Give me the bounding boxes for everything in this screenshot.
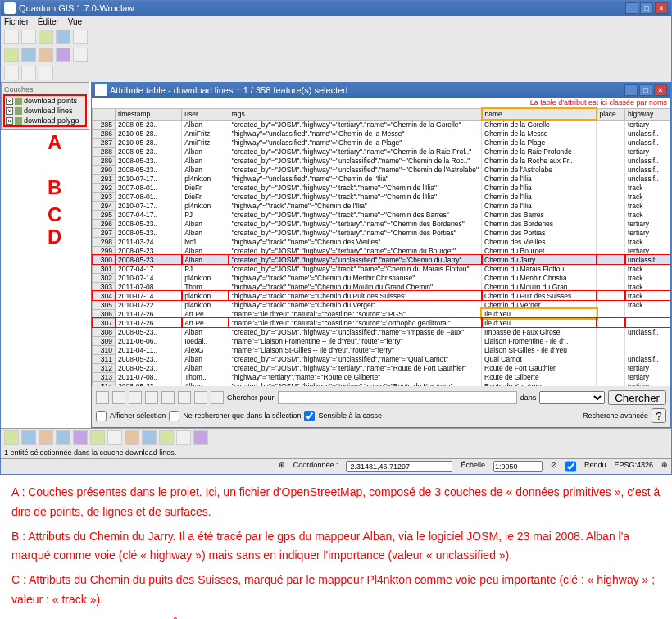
cell[interactable] [597,138,625,147]
cell[interactable]: AlexG [182,345,229,354]
toolbar-button[interactable] [176,430,191,445]
table-row[interactable]: 3112008-05-23..Alban"created_by"="JOSM".… [93,354,670,363]
cell[interactable]: "created_by"="JOSM"."highway"="unclassif… [229,327,481,336]
cell[interactable]: "created_by"="JOSM"."highway"="tertiary"… [229,246,481,255]
cell[interactable]: unclassif.. [625,174,670,183]
toolbar-button[interactable] [56,48,70,62]
cell[interactable] [597,228,625,237]
table-row[interactable]: 3082008-05-23..Alban"created_by"="JOSM".… [93,327,670,336]
cell[interactable]: tertiary [625,120,670,129]
cell[interactable]: "highway"="track"."name"="Chemin du Menh… [229,273,481,282]
cell[interactable]: Chemin de l'Ilia [482,174,597,183]
cell[interactable]: unclassif.. [625,327,670,336]
cell[interactable]: 2008-05-23.. [116,228,182,237]
show-selection-checkbox[interactable] [96,411,107,421]
cell[interactable]: Alban [182,165,229,174]
cell[interactable]: "highway"="track"."name"="Chemin du Verg… [229,300,481,309]
table-row[interactable]: 2992008-05-23..Alban"created_by"="JOSM".… [93,246,670,255]
search-field-select[interactable] [539,391,605,404]
tool-button[interactable] [112,391,125,404]
table-row[interactable]: 2922007-08-01..DieFr"created_by"="JOSM".… [93,183,670,192]
cell[interactable]: Chemin de la Plage [482,138,597,147]
layer-item[interactable]: × download polygo [5,116,85,125]
cell[interactable]: "highway"="tertiary"."name"="Route de Gi… [229,372,481,381]
cell[interactable]: 2008-05-23.. [116,120,182,129]
cell[interactable]: 2008-05-23.. [116,363,182,372]
cell[interactable] [625,345,670,354]
cell[interactable]: 292 [93,183,116,192]
cell[interactable]: "created_by"="JOSM"."highway"="tertiary"… [229,219,481,228]
cell[interactable]: "created_by"="JOSM"."highway"="unclassif… [229,156,481,165]
toolbar-button[interactable] [21,30,36,44]
cell[interactable] [597,183,625,192]
table-row[interactable]: 3092011-06-06..Ioedal.."name"="Liaison F… [93,336,670,345]
cell[interactable]: 2008-05-23.. [116,165,182,174]
toolbar-button[interactable] [73,30,88,44]
cell[interactable]: Chemin de la Roche aux Fr.. [482,156,597,165]
search-selection-checkbox[interactable] [169,411,179,421]
cell[interactable] [597,354,625,363]
cell[interactable]: "created_by"="JOSM"."highway"="track"."n… [229,264,481,273]
menu-fichier[interactable]: Fichier [4,17,29,26]
cell[interactable]: 2010-07-14.. [116,291,182,300]
cell[interactable] [597,273,625,282]
cell[interactable]: pl4nkton [182,201,229,210]
toolbar-button[interactable] [125,430,139,445]
table-row[interactable]: 2962008-05-23..Alban"created_by"="JOSM".… [93,219,670,228]
cell[interactable]: 301 [93,264,116,273]
tool-button[interactable] [129,391,142,404]
table-row[interactable]: 3052010-07-22..pl4nkton"highway"="track"… [93,300,670,309]
cell[interactable]: 2007-04-17.. [116,210,182,219]
cell[interactable]: 313 [93,372,116,381]
cell[interactable]: Impasse de Faux Girose [482,327,597,336]
cell[interactable]: "created_by"="JOSM"."highway"="unclassif… [229,354,481,363]
table-row[interactable]: 2942010-07-17..pl4nkton"highway"="track"… [93,201,670,210]
cell[interactable]: "created_by"="JOSM"."highway"="track"."n… [229,183,481,192]
help-button[interactable]: ? [652,408,666,423]
cell[interactable]: 2008-05-23.. [116,156,182,165]
cell[interactable]: track [625,291,670,300]
cell[interactable]: track [625,201,670,210]
cell[interactable]: "highway"="unclassified"."name"="Chemin … [229,129,481,138]
table-row[interactable]: 3102011-04-11..AlexG"name"="Liaison St-G… [93,345,670,354]
col-rownum[interactable] [93,108,116,120]
cell[interactable]: DieFr [182,192,229,201]
cell[interactable]: 314 [93,381,116,386]
cell[interactable]: 285 [93,120,116,129]
table-row[interactable]: 2852008-05-23..Alban"created_by"="JOSM".… [93,120,670,129]
cell[interactable]: Art Pe.. [182,318,229,327]
cell[interactable]: 2011-07-08.. [116,372,182,381]
toolbar-button[interactable] [56,30,70,44]
cell[interactable]: Alban [182,255,229,264]
cell[interactable]: 2011-06-06.. [116,336,182,345]
col-place[interactable]: place [597,108,625,120]
cell[interactable]: Chemin de l'Ilia [482,201,597,210]
cell[interactable]: "created_by"="JOSM"."highway"="unclassif… [229,255,481,264]
cell[interactable]: "created_by"="JOSM"."highway"="track"."n… [229,210,481,219]
cell[interactable]: pl4nkton [182,174,229,183]
cell[interactable] [597,246,625,255]
layer-item[interactable]: × download points [5,96,85,106]
cell[interactable]: 286 [93,129,116,138]
cell[interactable]: "name"="Ile d'Yeu"."natural"="coastline"… [229,318,481,327]
table-row[interactable]: 3042010-07-14..pl4nkton"highway"="track"… [93,291,670,300]
table-row[interactable]: 3122008-05-23..Alban"created_by"="JOSM".… [93,363,670,372]
cell[interactable]: Ile d'Yeu [482,309,597,318]
cell[interactable]: track [625,183,670,192]
cell[interactable]: 311 [93,354,116,363]
cell[interactable]: Liaison Fromentine - Ile d'.. [482,336,597,345]
cell[interactable] [597,345,625,354]
cell[interactable] [597,291,625,300]
cell[interactable]: Chemin du Verger [482,300,597,309]
cell[interactable] [597,237,625,246]
echelle-value[interactable] [493,461,543,472]
cell[interactable] [597,309,625,318]
col-highway[interactable]: highway [625,108,670,120]
cell[interactable]: Chemin du Moulin du Gran.. [482,282,597,291]
cell[interactable]: 307 [93,318,116,327]
cell[interactable] [625,336,670,345]
cell[interactable]: "name"="Liaison St-Gilles -- Ile d'Yeu".… [229,345,481,354]
table-row[interactable]: 2912010-07-17..pl4nkton"highway"="unclas… [93,174,670,183]
maximize-button[interactable]: □ [640,2,653,14]
toolbar-button[interactable] [159,430,174,445]
